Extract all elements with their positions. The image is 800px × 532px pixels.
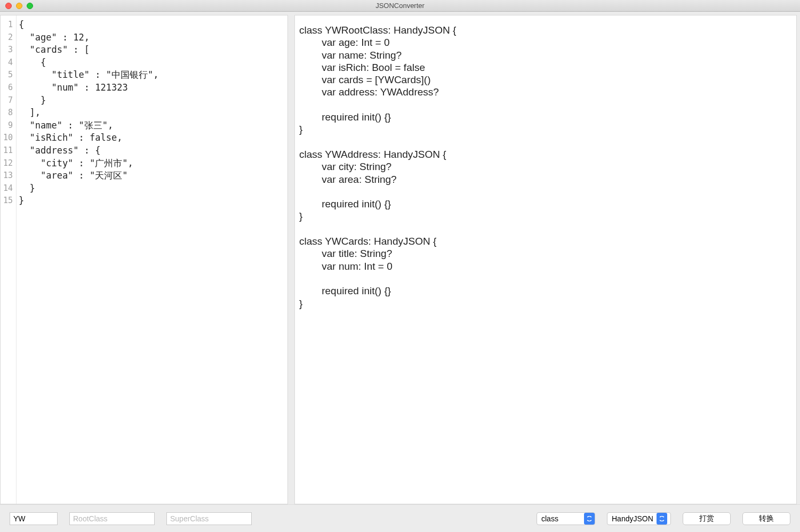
json-input-pane: 123456789101112131415 { "age" : 12, "car… [0,15,288,504]
maximize-icon[interactable] [27,3,33,9]
convert-button[interactable]: 转换 [742,512,790,525]
type-select-value: class [541,514,562,523]
library-select-value: HandyJSON [612,514,657,523]
close-icon[interactable] [5,3,12,9]
class-prefix-input[interactable] [10,512,58,525]
minimize-icon[interactable] [16,3,22,9]
library-select[interactable]: HandyJSON [607,512,671,525]
type-select[interactable]: class [537,512,595,525]
chevron-down-icon [584,513,595,525]
chevron-down-icon [657,513,667,525]
bottom-toolbar: class HandyJSON 打赏 转换 [0,504,800,532]
titlebar: JSONConverter [0,0,800,12]
super-class-input[interactable] [166,512,252,525]
window-controls [0,3,33,9]
root-class-input[interactable] [69,512,155,525]
line-number-gutter: 123456789101112131415 [1,15,17,504]
donate-button[interactable]: 打赏 [683,512,731,525]
main-content: 123456789101112131415 { "age" : 12, "car… [0,12,800,504]
code-output-pane[interactable]: class YWRootClass: HandyJSON { var age: … [294,15,797,504]
json-editor[interactable]: { "age" : 12, "cards" : [ { "title" : "中… [17,15,287,504]
window-title: JSONConverter [0,2,800,10]
